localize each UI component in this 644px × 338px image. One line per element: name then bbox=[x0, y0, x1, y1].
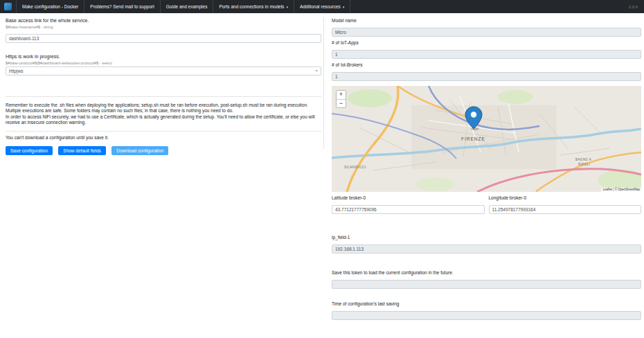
show-default-fields-button[interactable]: Show default fields bbox=[58, 146, 106, 155]
download-configuration-button[interactable]: Download configuration bbox=[111, 146, 168, 155]
certificate-warning-text: In order to access NiFi securely, we had… bbox=[6, 114, 321, 126]
map-town-label-ripoli: RIPOLI bbox=[578, 163, 590, 166]
iot-apps-count-input[interactable] bbox=[332, 50, 641, 59]
model-name-label: Model name bbox=[332, 18, 641, 23]
brand-cell[interactable] bbox=[0, 0, 17, 13]
last-saving-time-label: Time of configuration's last saving bbox=[332, 301, 641, 306]
nav-item-label: Guide and examples bbox=[166, 4, 208, 9]
map-tiles: SCANDICCI BAGNO A RIPOLI FIRENZE bbox=[332, 86, 641, 192]
protocol-select-value: http|ws bbox=[9, 69, 23, 73]
latitude-input[interactable] bbox=[332, 205, 485, 214]
map-town-label-scandicci: SCANDICCI bbox=[344, 165, 366, 169]
app-logo-icon bbox=[4, 3, 12, 10]
nav-item-label: Ports and connections in models bbox=[219, 4, 284, 9]
map-attribution[interactable]: Leaflet | © OpenStreetMap bbox=[601, 188, 641, 192]
nav-item-label: Make configuration - Docker bbox=[22, 4, 78, 9]
map-city-label-firenze: FIRENZE bbox=[461, 136, 485, 141]
divider bbox=[6, 96, 321, 97]
iot-brokers-count-input[interactable] bbox=[332, 72, 641, 81]
https-title: Https is work in progress. bbox=[6, 54, 321, 59]
token-label: Save this token to load the current conf… bbox=[332, 270, 641, 275]
base-hostname-input[interactable] bbox=[6, 34, 321, 43]
base-hostname-field-label: $#base-hostname#$ - string bbox=[6, 25, 321, 29]
column-divider bbox=[323, 17, 324, 149]
latlng-row: Latitude broker-0 Longitude broker-0 bbox=[332, 195, 641, 214]
nav-item-ports-connections[interactable]: Ports and connections in models ▾ bbox=[213, 0, 294, 13]
nav-item-additional-resources[interactable]: Additional resources ▾ bbox=[294, 0, 350, 13]
protocol-field-label: $#base-protocol#$|$#dashboard-websocket-… bbox=[6, 61, 321, 65]
longitude-input[interactable] bbox=[489, 205, 642, 214]
divider bbox=[6, 131, 321, 132]
version-label: 2.0.0 bbox=[623, 5, 644, 9]
base-access-title: Base access link for the whole service. bbox=[6, 18, 321, 23]
nav-item-guide-examples[interactable]: Guide and examples bbox=[161, 0, 214, 13]
protocol-select[interactable]: http|ws bbox=[6, 66, 321, 75]
ip-field-input[interactable] bbox=[332, 244, 641, 254]
map-town-label-bagno-a: BAGNO A bbox=[575, 158, 591, 161]
chevron-down-icon: ⌄ bbox=[314, 67, 319, 73]
top-navbar: Make configuration - Docker Problems? Se… bbox=[0, 0, 644, 13]
nav-item-support-mail[interactable]: Problems? Send mail to support bbox=[84, 0, 161, 13]
model-right-panel: Model name # of IoT-Apps # of Iot-Broker… bbox=[332, 18, 641, 320]
save-configuration-button[interactable]: Save configuration bbox=[6, 146, 53, 155]
configuration-left-panel: Base access link for the whole service. … bbox=[6, 18, 321, 155]
nav-item-make-configuration[interactable]: Make configuration - Docker bbox=[17, 0, 84, 13]
action-buttons-row: Save configuration Show default fields D… bbox=[6, 143, 321, 155]
broker-location-map[interactable]: SCANDICCI BAGNO A RIPOLI FIRENZE + − Lea… bbox=[332, 86, 641, 192]
iot-apps-label: # of IoT-Apps bbox=[332, 40, 641, 45]
model-name-input[interactable] bbox=[332, 28, 641, 37]
ip-field-label: ip_field-1 bbox=[332, 235, 641, 240]
caret-down-icon: ▾ bbox=[286, 5, 288, 9]
longitude-label: Longitude broker-0 bbox=[489, 195, 642, 200]
deploy-instructions-text: Remember to execute the .sh files when d… bbox=[6, 103, 321, 114]
zoom-in-button[interactable]: + bbox=[337, 91, 346, 99]
zoom-out-button[interactable]: − bbox=[337, 99, 346, 107]
caret-down-icon: ▾ bbox=[343, 5, 345, 9]
nav-item-label: Additional resources bbox=[300, 4, 341, 9]
iot-brokers-label: # of Iot-Brokers bbox=[332, 62, 641, 67]
map-zoom-control: + − bbox=[336, 90, 346, 108]
download-note-text: You can't download a configuration until… bbox=[6, 135, 321, 140]
last-saving-time-input[interactable] bbox=[332, 311, 641, 320]
token-input[interactable] bbox=[332, 280, 641, 289]
latitude-label: Latitude broker-0 bbox=[332, 195, 485, 200]
nav-item-label: Problems? Send mail to support bbox=[90, 4, 154, 9]
